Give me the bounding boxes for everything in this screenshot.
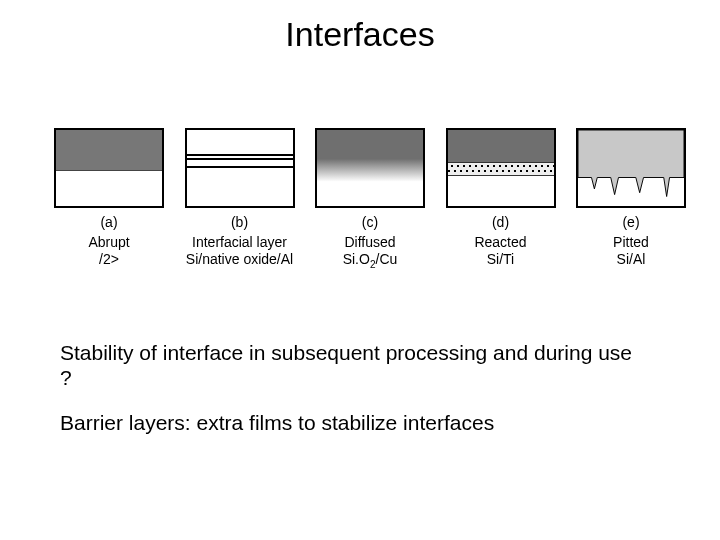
panel-b-letter: (b) [186,214,293,232]
panel-e-sub: Si/Al [617,251,646,267]
diagram-abrupt [54,128,164,208]
diagram-interfacial-layer [185,128,295,208]
panel-d-sub: Si/Ti [487,251,514,267]
panel-c-label: (c) Diffused Si.O2/Cu [343,214,398,269]
panel-d-name: Reacted [474,234,526,250]
panel-c-letter: (c) [343,214,398,232]
panel-d-letter: (d) [474,214,526,232]
panel-e-letter: (e) [613,214,649,232]
panel-b-sub: Si/native oxide/Al [186,251,293,267]
panel-e-name: Pitted [613,234,649,250]
panel-d: (d) Reacted Si/Ti [442,128,560,269]
body-paragraph-2: Barrier layers: extra films to stabilize… [60,410,640,435]
panel-c: (c) Diffused Si.O2/Cu [311,128,429,269]
diagram-reacted [446,128,556,208]
panel-a-label: (a) Abrupt /2> [88,214,129,269]
panel-c-name: Diffused [344,234,395,250]
diagram-pitted [576,128,686,208]
panel-a-sub: /2> [99,251,119,267]
panel-e: (e) Pitted Si/Al [572,128,690,269]
panel-a-name: Abrupt [88,234,129,250]
panel-c-sub: Si.O2/Cu [343,251,398,267]
panel-e-label: (e) Pitted Si/Al [613,214,649,269]
slide: Interfaces (a) Abrupt /2> (b) Interfacia… [0,0,720,540]
slide-title: Interfaces [0,15,720,54]
body-paragraph-1: Stability of interface in subsequent pro… [60,340,640,390]
panel-b-name: Interfacial layer [192,234,287,250]
panel-b-label: (b) Interfacial layer Si/native oxide/Al [186,214,293,269]
panel-d-label: (d) Reacted Si/Ti [474,214,526,269]
panel-a: (a) Abrupt /2> [50,128,168,269]
figure-row: (a) Abrupt /2> (b) Interfacial layer Si/… [50,128,690,269]
panel-b: (b) Interfacial layer Si/native oxide/Al [181,128,299,269]
panel-a-letter: (a) [88,214,129,232]
diagram-diffused [315,128,425,208]
